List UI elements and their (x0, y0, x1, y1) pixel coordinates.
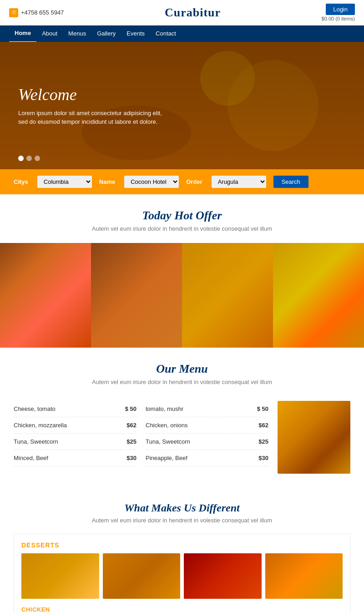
different-title-block: What Makes Us Different Autem vel eum ir… (0, 487, 364, 527)
food-item-3 (182, 243, 273, 348)
menu-row: Minced, Beef $30 (14, 450, 136, 466)
order-select[interactable]: Arugula (212, 176, 266, 188)
menu-row: Chicken, mozzarella $62 (14, 417, 136, 434)
nav-gallery[interactable]: Gallery (91, 25, 121, 42)
menu-list-right: tomato, mushr $ 50 Chicken, onions $62 T… (146, 401, 268, 474)
food-item-2 (91, 243, 182, 348)
dessert-img-2 (103, 553, 181, 599)
food-item-1 (0, 243, 91, 348)
hot-offer-section: Today Hot Offer Autem vel eum iriure dol… (0, 194, 364, 236)
hero-dot-2[interactable] (26, 156, 32, 161)
category-links: CHICKEN DESSERTS SEAFOOD SALADS (21, 606, 343, 612)
menu-image (278, 401, 350, 474)
menu-row: Chicken, onions $62 (146, 417, 268, 434)
main-nav: Home About Menus Gallery Events Contact (0, 25, 364, 42)
phone-icon: ✆ (9, 8, 18, 17)
hero-title: Welcome (18, 85, 173, 104)
menu-table: Cheese, tomato $ 50 Chicken, mozzarella … (14, 401, 350, 474)
hero-content: Welcome Lorem ipsum dolor sit amet conse… (18, 85, 173, 126)
category-chicken[interactable]: CHICKEN (21, 606, 343, 612)
hot-offer-subtitle: Autem vel eum iriure dolor in hendrerit … (9, 225, 355, 232)
city-select[interactable]: Columbia (37, 176, 92, 188)
desserts-title: DESSERTS (21, 541, 343, 549)
header: ✆ +4758 655 5947 Curabitur Login $0.00 (… (0, 0, 364, 25)
cart-text: $0.00 (0 items) (322, 16, 355, 21)
menu-list-left: Cheese, tomato $ 50 Chicken, mozzarella … (14, 401, 136, 474)
search-bar: Citys Columbia Name Cocoon Hotel Order A… (0, 169, 364, 194)
search-button[interactable]: Search (273, 176, 308, 188)
name-select[interactable]: Cocoon Hotel (124, 176, 179, 188)
name-label: Name (99, 178, 115, 185)
dessert-img-1 (21, 553, 99, 599)
nav-events[interactable]: Events (121, 25, 150, 42)
food-grid (0, 243, 364, 348)
nav-home[interactable]: Home (9, 25, 36, 42)
different-section: What Makes Us Different Autem vel eum ir… (0, 487, 364, 612)
menu-subtitle: Autem vel eum iriure dolor in hendrerit … (9, 379, 355, 385)
site-logo: Curabitur (165, 6, 221, 20)
order-label: Order (186, 178, 202, 185)
menu-row: Tuna, Sweetcorn $25 (146, 434, 268, 450)
menu-row: tomato, mushr $ 50 (146, 401, 268, 417)
hero-text: Lorem ipsum dolor sit amet consectetur a… (18, 109, 173, 126)
phone-container: ✆ +4758 655 5947 (9, 8, 64, 17)
phone-number: +4758 655 5947 (21, 9, 64, 16)
menu-row: Cheese, tomato $ 50 (14, 401, 136, 417)
hero-dot-3[interactable] (35, 156, 40, 161)
menu-row: Pineapple, Beef $30 (146, 450, 268, 466)
hero-section: Welcome Lorem ipsum dolor sit amet conse… (0, 42, 364, 169)
menu-title: Our Menu (9, 362, 355, 376)
nav-contact[interactable]: Contact (150, 25, 182, 42)
menu-section: Cheese, tomato $ 50 Chicken, mozzarella … (0, 389, 364, 487)
different-content: DESSERTS CHICKEN DESSERTS SEAFOOD SALADS (14, 534, 350, 612)
hero-dot-1[interactable] (18, 156, 24, 161)
food-item-4 (273, 243, 364, 348)
different-subtitle: Autem vel eum iriure dolor in hendrerit … (9, 517, 355, 524)
header-right: Login $0.00 (0 items) (322, 4, 355, 21)
dessert-img-3 (184, 553, 262, 599)
desserts-header: DESSERTS (21, 541, 343, 553)
menu-section-title: Our Menu Autem vel eum iriure dolor in h… (0, 348, 364, 389)
dessert-img-4 (265, 553, 343, 599)
different-title: What Makes Us Different (9, 502, 355, 514)
nav-menus[interactable]: Menus (63, 25, 91, 42)
login-button[interactable]: Login (326, 4, 355, 15)
hero-dots (18, 156, 40, 161)
hot-offer-title: Today Hot Offer (9, 209, 355, 223)
city-label: Citys (14, 178, 28, 185)
desserts-images (21, 553, 343, 599)
nav-about[interactable]: About (36, 25, 63, 42)
menu-row: Tuna, Sweetcorn $25 (14, 434, 136, 450)
